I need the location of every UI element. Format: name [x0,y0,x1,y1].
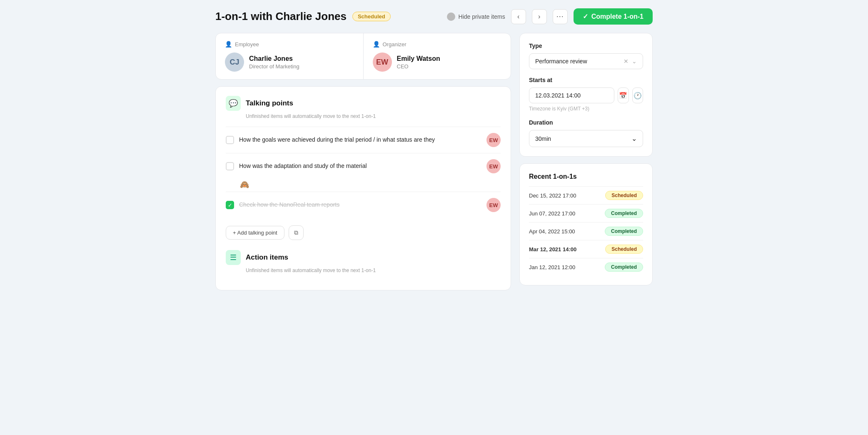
recent-item-1[interactable]: Dec 15, 2022 17:00 Scheduled [529,186,643,204]
right-panel: Type Performance review ✕ ⌄ Starts at 📅 … [519,33,653,285]
talking-item-2: How was the adaptation and study of the … [226,153,501,179]
prev-button[interactable]: ‹ [511,9,526,24]
talking-text-2: How was the adaptation and study of the … [239,162,481,170]
action-items-title: Action items [246,253,288,262]
employee-avatar: CJ [225,52,244,72]
more-button[interactable]: ··· [553,9,568,24]
organizer-section: 👤 Organizer EW Emily Watson CEO [363,33,511,79]
type-value: Performance review [535,58,587,65]
clock-button[interactable]: 🕐 [632,88,644,103]
organizer-name: Emily Watson [397,55,440,62]
duration-value: 30min [535,135,551,142]
talking-text-1: How the goals were achieved during the t… [239,136,481,144]
main-layout: 👤 Employee CJ Charlie Jones Director of … [215,33,653,290]
organizer-details: Emily Watson CEO [397,55,440,70]
employee-details: Charlie Jones Director of Marketing [249,55,299,70]
starts-at-row: 📅 🕐 [529,88,643,103]
starts-at-label: Starts at [529,77,643,83]
calendar-button[interactable]: 📅 [618,88,629,103]
chevron-down-icon: ⌄ [632,58,637,65]
clear-icon: ✕ [624,58,629,65]
duration-chevron-icon: ⌄ [631,135,637,142]
header: 1-on-1 with Charlie Jones Scheduled Hide… [215,8,653,25]
hide-private-label: Hide private items [459,13,505,20]
talking-avatar-1: EW [486,133,501,147]
talking-points-header: 💬 Talking points [226,96,501,111]
talking-item-3: ✓ Check how the NanoReal team reports EW [226,192,501,218]
type-select-icons: ✕ ⌄ [624,58,637,65]
recent-item-2[interactable]: Jun 07, 2022 17:00 Completed [529,204,643,222]
organizer-avatar: EW [373,52,392,72]
add-section: + Add talking point ⧉ [226,225,501,240]
employee-section: 👤 Employee CJ Charlie Jones Director of … [216,33,363,79]
recent-status-2: Completed [605,209,643,218]
person-icon-2: 👤 [373,41,380,48]
employee-title: Director of Marketing [249,63,299,70]
status-badge: Scheduled [352,12,391,21]
page-container: 1-on-1 with Charlie Jones Scheduled Hide… [215,8,653,290]
recent-date-1: Dec 15, 2022 17:00 [529,192,576,199]
talking-avatar-2: EW [486,159,501,173]
employee-info: CJ Charlie Jones Director of Marketing [225,52,354,72]
next-button[interactable]: › [532,9,547,24]
recent-status-4: Scheduled [605,245,643,254]
action-items-header: ☰ Action items [226,250,501,265]
date-input[interactable] [529,88,614,103]
add-talking-point-button[interactable]: + Add talking point [226,226,284,240]
recent-card: Recent 1-on-1s Dec 15, 2022 17:00 Schedu… [519,163,653,285]
type-card: Type Performance review ✕ ⌄ Starts at 📅 … [519,33,653,157]
checkbox-2[interactable] [226,162,234,170]
organizer-title: CEO [397,63,440,70]
recent-date-5: Jan 12, 2021 12:00 [529,264,575,270]
recent-status-1: Scheduled [605,191,643,200]
hidden-icon: 🙈 [240,180,249,189]
copy-button[interactable]: ⧉ [289,225,304,240]
talking-text-3: Check how the NanoReal team reports [239,201,481,209]
type-select[interactable]: Performance review ✕ ⌄ [529,53,643,69]
checkbox-3[interactable]: ✓ [226,201,234,209]
talking-avatar-3: EW [486,198,501,212]
recent-date-3: Apr 04, 2022 15:00 [529,228,575,235]
type-label: Type [529,42,643,49]
recent-item-3[interactable]: Apr 04, 2022 15:00 Completed [529,222,643,240]
check-icon: ✓ [583,12,588,20]
recent-date-4: Mar 12, 2021 14:00 [529,246,576,252]
timezone-text: Timezone is Kyiv (GMT +3) [529,106,643,112]
talking-points-subtitle: Unfinished items will automatically move… [246,113,501,119]
employee-role: 👤 Employee [225,41,354,48]
recent-title: Recent 1-on-1s [529,173,643,180]
left-panel: 👤 Employee CJ Charlie Jones Director of … [215,33,511,290]
talking-points-title: Talking points [246,99,293,108]
recent-status-3: Completed [605,227,643,236]
hide-private-toggle[interactable]: Hide private items [447,12,505,21]
recent-date-2: Jun 07, 2022 17:00 [529,210,575,217]
checkbox-1[interactable] [226,136,234,144]
action-items-section: ☰ Action items Unfinished items will aut… [226,250,501,273]
complete-button[interactable]: ✓ Complete 1-on-1 [574,8,653,25]
action-items-icon: ☰ [226,250,241,265]
recent-item-5[interactable]: Jan 12, 2021 12:00 Completed [529,258,643,276]
participants-card: 👤 Employee CJ Charlie Jones Director of … [215,33,511,80]
person-icon: 👤 [225,41,232,48]
organizer-role: 👤 Organizer [373,41,502,48]
talking-points-icon: 💬 [226,96,241,111]
recent-status-5: Completed [605,262,643,272]
employee-name: Charlie Jones [249,55,299,62]
action-items-subtitle: Unfinished items will automatically move… [246,268,501,273]
organizer-info: EW Emily Watson CEO [373,52,502,72]
recent-item-4[interactable]: Mar 12, 2021 14:00 Scheduled [529,240,643,258]
talking-item: How the goals were achieved during the t… [226,127,501,153]
toggle-circle [447,12,455,21]
duration-select[interactable]: 30min ⌄ [529,130,643,147]
duration-label: Duration [529,119,643,126]
talking-points-card: 💬 Talking points Unfinished items will a… [215,86,511,290]
page-title: 1-on-1 with Charlie Jones [215,10,347,23]
